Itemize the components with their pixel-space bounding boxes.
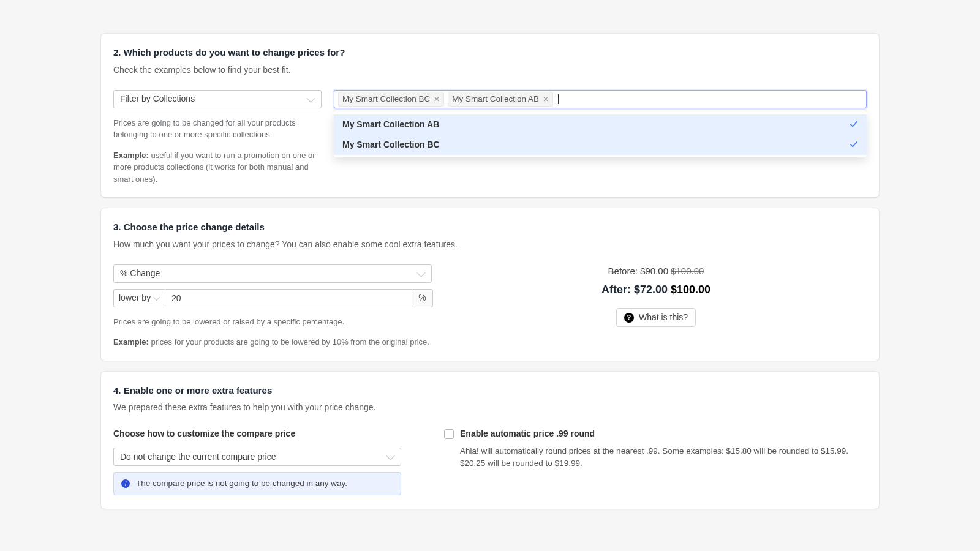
amount-input[interactable] [165,289,412,307]
unit-label: % [412,289,433,307]
text-cursor [558,94,559,104]
round-heading: Enable automatic price .99 round [460,427,595,440]
before-label: Before: [608,266,641,276]
dropdown-item-ab[interactable]: My Smart Collection AB [334,114,867,135]
filter-type-value: Filter by Collections [120,92,195,105]
remove-tag-icon[interactable]: ✕ [434,94,440,105]
section-subtitle: We prepared these extra features to help… [113,401,867,414]
check-icon [850,120,858,129]
after-compare: $100.00 [671,283,710,296]
before-price: $90.00 [640,266,671,276]
tag-label: My Smart Collection AB [452,93,539,105]
section-extra-features: 4. Enable one or more extra features We … [101,372,879,509]
remove-tag-icon[interactable]: ✕ [543,94,549,105]
price-preview: Before: $90.00 $100.00 After: $72.00 $10… [445,264,867,328]
round-description: Ahia! will automatically round prices at… [460,445,867,469]
chevron-down-icon [307,94,315,102]
direction-select[interactable]: lower by [113,289,165,307]
after-price-line: After: $72.00 $100.00 [601,282,710,298]
section-subtitle: Check the examples below to find your be… [113,64,867,77]
collections-tag-input[interactable]: My Smart Collection BC ✕ My Smart Collec… [334,90,867,108]
change-hint: Prices are going to be lowered or raised… [113,316,433,328]
filter-type-select[interactable]: Filter by Collections [113,90,322,108]
after-price: $72.00 [634,283,671,296]
collections-dropdown: My Smart Collection AB My Smart Collecti… [334,112,867,157]
example-label: Example: [113,151,149,160]
change-type-select[interactable]: % Change [113,264,432,283]
compare-price-select[interactable]: Do not change the current compare price [113,448,401,466]
section-subtitle: How much you want your prices to change?… [113,238,867,251]
filter-example: Example: useful if you want to run a pro… [113,149,322,186]
chevron-down-icon [153,293,160,300]
check-icon [850,140,858,149]
filter-hint: Prices are going to be changed for all y… [113,117,322,141]
before-compare: $100.00 [671,266,704,276]
dropdown-item-bc[interactable]: My Smart Collection BC [334,135,867,155]
chevron-down-icon [386,452,395,460]
direction-value: lower by [119,291,151,304]
compare-heading: Choose how to customize the compare pric… [113,427,401,440]
section-title: 4. Enable one or more extra features [113,384,867,398]
section-price-change: 3. Choose the price change details How m… [101,208,879,361]
change-type-value: % Change [120,267,160,280]
example-label: Example: [113,337,149,347]
change-example: Example: prices for your products are go… [113,336,433,348]
example-text: prices for your products are going to be… [149,337,429,347]
section-title: 2. Which products do you want to change … [113,46,867,60]
before-price-line: Before: $90.00 $100.00 [608,264,704,279]
compare-price-value: Do not change the current compare price [120,451,276,463]
info-icon: i [121,479,130,488]
tag-label: My Smart Collection BC [342,93,430,105]
what-is-this-button[interactable]: ? What is this? [616,308,696,327]
selected-tag: My Smart Collection AB ✕ [448,92,553,107]
dropdown-item-label: My Smart Collection BC [342,138,440,151]
compare-info-text: The compare price is not going to be cha… [136,478,347,490]
after-label: After: [601,283,634,296]
what-is-this-label: What is this? [639,311,688,324]
selected-tag: My Smart Collection BC ✕ [338,92,444,107]
round-checkbox[interactable] [444,429,454,439]
question-icon: ? [624,313,634,323]
section-title: 3. Choose the price change details [113,220,867,234]
compare-info-banner: i The compare price is not going to be c… [113,472,401,495]
chevron-down-icon [417,268,426,277]
dropdown-item-label: My Smart Collection AB [342,118,439,131]
section-products: 2. Which products do you want to change … [101,34,879,197]
